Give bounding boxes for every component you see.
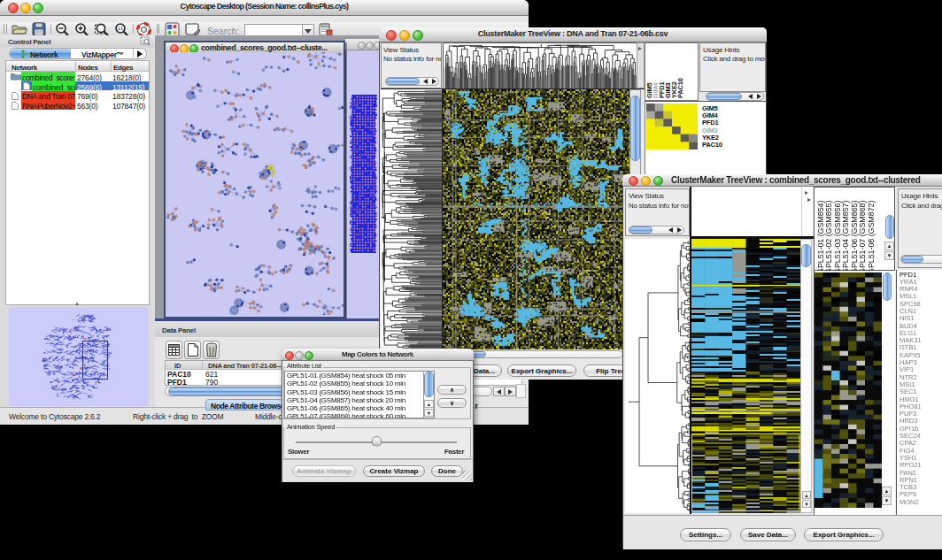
svg-text:1:1: 1:1 xyxy=(118,27,124,31)
